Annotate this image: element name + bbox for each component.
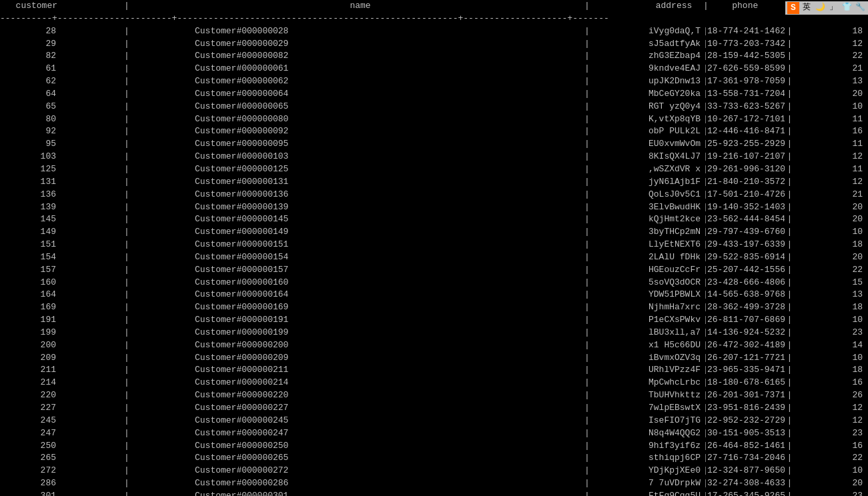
cell-pipe1: |: [60, 25, 193, 38]
cell-pipe2: |: [527, 389, 647, 402]
cell-count: 12: [790, 402, 869, 415]
cell-phone: 23-562-444-8454: [706, 213, 785, 226]
cell-customer: 136: [0, 189, 60, 201]
table-row: 227 | Customer#000000227 | 7wlpEBswtXBPN…: [0, 402, 868, 415]
table-row: 82 | Customer#000000082 | zhG3EZbap4c992…: [0, 50, 868, 63]
cell-name: Customer#000000062: [193, 75, 527, 88]
cell-pipe1: |: [60, 63, 193, 75]
cell-pipe2: |: [527, 239, 647, 251]
cell-customer: 209: [0, 352, 60, 365]
cell-count: 14: [790, 339, 869, 352]
table-row: 286 | Customer#000000286 | 7 7uVDrpkWuoz…: [0, 477, 868, 490]
cell-customer: 211: [0, 364, 60, 377]
table-row: 199 | Customer#000000199 | lBU3xll,a7e9T…: [0, 327, 868, 339]
cell-name: Customer#000000220: [193, 389, 527, 402]
results-table: customer | name | address | phone | coun…: [0, 0, 868, 496]
cell-customer: 64: [0, 88, 60, 101]
cell-address: sthiqpj6CPAKbD7BBSz9ulRuF9d,ebfaiTc: [647, 452, 701, 465]
cell-pipe3: |: [701, 427, 706, 440]
table-row: 157 | Customer#000000157 | HGEouzCcFrNd …: [0, 264, 868, 277]
lang-icon[interactable]: 英: [801, 2, 813, 14]
cell-phone: 18-180-678-6165: [706, 377, 785, 389]
cell-phone: 26-201-301-7371: [706, 389, 785, 402]
cell-phone: 28-159-442-5305: [706, 50, 785, 63]
cell-phone: 25-207-442-1556: [706, 264, 785, 277]
shirt-icon[interactable]: 👕: [841, 2, 853, 14]
cell-pipe2: |: [527, 452, 647, 465]
cell-pipe2: |: [527, 289, 647, 301]
cell-name: Customer#000000250: [193, 440, 527, 453]
cell-customer: 191: [0, 314, 60, 327]
cell-pipe1: |: [60, 38, 193, 51]
cell-pipe1: |: [60, 239, 193, 251]
cell-pipe4: |: [785, 289, 790, 301]
cell-phone: 32-274-308-4633: [706, 477, 785, 490]
cell-count: 12: [790, 176, 869, 189]
cell-address: N8q4W4QQG2mHY47Dg6: [647, 427, 701, 440]
cell-name: Customer#000000199: [193, 327, 527, 339]
cell-count: 16: [790, 440, 869, 453]
tool-icon[interactable]: 🔧: [854, 2, 866, 14]
cell-address: x1 H5c66DUgH2pgNTJhw6eZKgrAz: [647, 339, 701, 352]
cell-customer: 272: [0, 465, 60, 477]
cell-pipe1: |: [60, 327, 193, 339]
cell-address: P1eCXsPWkv2y6ENQv: [647, 314, 701, 327]
cell-pipe3: |: [701, 264, 706, 277]
cell-phone: 27-716-734-2046: [706, 452, 785, 465]
cell-address: MpCwhcLrbcIM7AeKS9tRM09by: [647, 377, 701, 389]
cell-customer: 95: [0, 138, 60, 151]
cell-customer: 169: [0, 301, 60, 314]
cell-pipe4: |: [785, 25, 790, 38]
cell-pipe2: |: [527, 364, 647, 377]
cell-phone: 27-626-559-8599: [706, 63, 785, 75]
cell-pipe2: |: [527, 314, 647, 327]
bracket-icon[interactable]: 」: [827, 2, 839, 14]
cell-phone: 10-773-203-7342: [706, 38, 785, 51]
cell-pipe4: |: [785, 389, 790, 402]
cell-pipe3: |: [701, 389, 706, 402]
toolbar: S 英 🌙 」 👕 🔧: [785, 1, 868, 15]
cell-name: Customer#000000028: [193, 25, 527, 38]
table-row: 250 | Customer#000000250 | 9hif3yif6z8w8…: [0, 440, 868, 453]
cell-name: Customer#000000061: [193, 63, 527, 75]
table-row: 149 | Customer#000000149 | 3byTHCp2mNLPi…: [0, 226, 868, 239]
cell-pipe1: |: [60, 452, 193, 465]
cell-count: 12: [790, 38, 869, 51]
cell-pipe2: |: [527, 415, 647, 427]
cell-pipe3: |: [701, 490, 706, 496]
s-icon[interactable]: S: [787, 2, 799, 14]
cell-pipe1: |: [60, 251, 193, 264]
cell-pipe2: |: [527, 339, 647, 352]
cell-phone: 26-472-302-4189: [706, 339, 785, 352]
cell-pipe1: |: [60, 465, 193, 477]
cell-phone: 14-565-638-9768: [706, 289, 785, 301]
table-row: 214 | Customer#000000214 | MpCwhcLrbcIM7…: [0, 377, 868, 389]
table-separator: ----------+----------------------+------…: [0, 13, 868, 25]
table-row: 136 | Customer#000000136 | QoLsJ0v5C1IQb…: [0, 189, 868, 201]
cell-address: RGT yzQ0y4l0H90P783LG4U95bXQFDRXbWa1sl,X: [647, 101, 701, 113]
cell-address: FtFq9Cgg5UAzUL: [647, 490, 701, 496]
cell-pipe2: |: [527, 427, 647, 440]
cell-address: obP PULk2LH LqNF,K9hcbNqnLAkJVsl5xqSrY,: [647, 125, 701, 138]
cell-pipe4: |: [785, 352, 790, 365]
cell-count: 12: [790, 415, 869, 427]
cell-pipe4: |: [785, 138, 790, 151]
cell-pipe1: |: [60, 477, 193, 490]
moon-icon[interactable]: 🌙: [814, 2, 826, 14]
cell-pipe3: |: [701, 452, 706, 465]
cell-phone: 25-923-255-2929: [706, 138, 785, 151]
cell-pipe3: |: [701, 75, 706, 88]
cell-address: 9hif3yif6z8w8pW88F755PU7uz: [647, 440, 701, 453]
cell-customer: 200: [0, 339, 60, 352]
cell-pipe4: |: [785, 163, 790, 176]
cell-pipe1: |: [60, 201, 193, 214]
header-address: address: [647, 0, 701, 13]
table-row: 191 | Customer#000000191 | P1eCXsPWkv2y6…: [0, 314, 868, 327]
cell-count: 13: [790, 75, 869, 88]
cell-customer: 149: [0, 226, 60, 239]
cell-count: 10: [790, 352, 869, 365]
cell-pipe1: |: [60, 389, 193, 402]
cell-pipe2: |: [527, 490, 647, 496]
cell-pipe3: |: [701, 163, 706, 176]
cell-phone: 33-733-623-5267: [706, 101, 785, 113]
